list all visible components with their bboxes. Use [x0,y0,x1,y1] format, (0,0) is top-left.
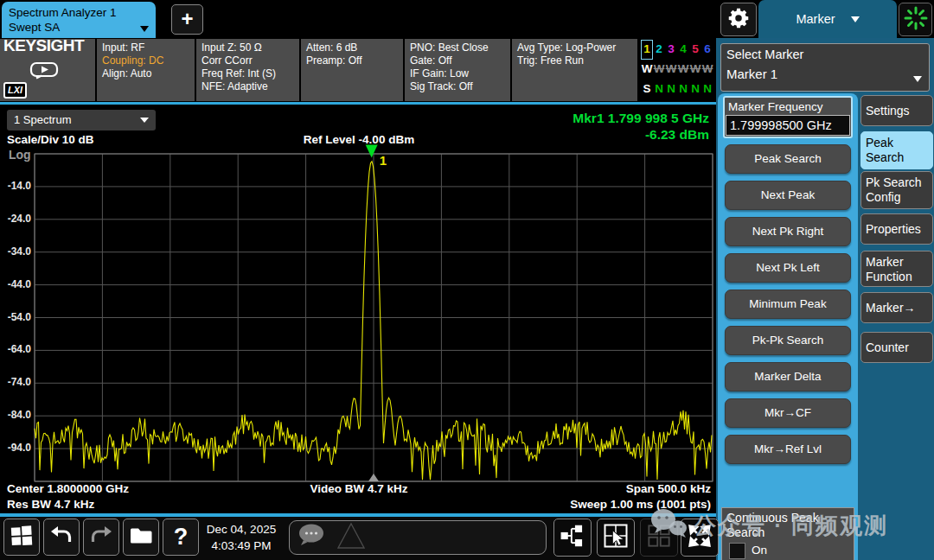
trace-number-4[interactable]: 4 [677,40,689,60]
pno-setting: PNO: Best Close [410,41,505,54]
continuous-peak-title-1: Continuous Peak [726,511,819,525]
active-menu-tab[interactable]: Marker [758,0,897,38]
keysight-logo: KEYSIGHT [3,36,84,54]
add-mode-tab-button[interactable]: + [171,4,203,35]
next-pk-right-button[interactable]: Next Pk Right [725,217,851,246]
triangle-outline-icon [335,521,369,554]
taskbar: ? Dec 04, 2025 4:03:49 PM [0,517,716,560]
corr-setting: Corr CCorr [202,54,294,67]
gear-icon [726,5,752,35]
home-button[interactable] [3,519,40,556]
window-pointer-icon [603,523,629,552]
log-scale-label: Log [9,148,31,162]
graticule-area[interactable]: 1 [35,154,713,481]
busy-spinner-icon [904,6,928,34]
annotation-tray[interactable] [289,520,547,555]
marker-frequency-value[interactable]: 1.799998500 GHz [726,115,850,136]
chevron-down-icon [140,118,149,123]
select-marker-value: Marker 1 [726,67,924,81]
trace-mode-2: W [653,60,665,80]
marker-menu-panel: Select Marker Marker 1 Marker Frequency … [716,38,934,560]
peak-search-subpanel: Marker Frequency 1.799998500 GHz Peak Se… [718,93,858,560]
window-selector-dropdown[interactable]: 1 Spectrum [7,110,156,130]
center-frequency-indicator [368,474,379,481]
header-cell-impedance: Input Z: 50 Ω Corr CCorr Freq Ref: Int (… [196,39,299,101]
pk-pk-search-button[interactable]: Pk-Pk Search [725,326,851,355]
sweep-annotation[interactable]: Sweep 1.00 ms (1001 pts) [570,498,711,511]
trace-detector-3: N [665,80,677,99]
spectrum-plot: 1 [35,154,713,481]
trace-number-3[interactable]: 3 [665,40,677,60]
tab-marker-function[interactable]: Marker Function [860,251,933,287]
y-axis-tick-label: -94.0 [0,442,31,454]
atten-setting: Atten: 6 dB [306,41,398,54]
header-cell-atten: Atten: 6 dB Preamp: Off [301,39,403,101]
continuous-peak-search-control[interactable]: Continuous Peak Search On Off [721,507,854,560]
freq-ref-setting: Freq Ref: Int (S) [202,67,294,80]
trace-number-2[interactable]: 2 [653,40,665,60]
avg-type-setting: Avg Type: Log-Power [517,41,632,54]
mkr-to-cf-button[interactable]: Mkr→CF [725,398,851,428]
trace-number-1[interactable]: 1 [641,40,653,60]
mode-tab-subtitle: Swept SA [9,21,60,34]
video-bw-annotation[interactable]: Video BW 4.7 kHz [0,482,718,495]
mode-tab-swept-sa[interactable]: Spectrum Analyzer 1 Swept SA [2,2,156,38]
tab-settings[interactable]: Settings [860,95,933,126]
continuous-peak-title-2: Search [726,525,764,539]
select-marker-dropdown[interactable]: Select Marker Marker 1 [720,43,930,92]
keysight-brand-cell: KEYSIGHT LXI [0,39,95,101]
y-axis-tick-label: -24.0 [0,213,31,225]
system-settings-button[interactable] [720,3,757,36]
time-text: 4:03:49 PM [211,539,271,552]
marker-delta-button[interactable]: Marker Delta [725,362,851,391]
continuous-peak-on-option[interactable]: On [752,543,767,557]
y-axis-tick-label: -64.0 [0,343,31,355]
tab-pk-search-config[interactable]: Pk Search Config [860,171,933,209]
peak-search-button[interactable]: Peak Search [725,144,851,174]
remote-display-icon [29,61,59,84]
date-text: Dec 04, 2025 [207,523,276,536]
next-peak-button[interactable]: Next Peak [725,181,851,210]
help-button[interactable]: ? [163,519,199,556]
trace-status-table[interactable]: 1 2 3 4 5 6 W W W W W W S N N N N N [639,39,716,101]
comment-bubble-icon [297,522,328,553]
file-explorer-button[interactable] [123,519,159,556]
next-pk-left-button[interactable]: Next Pk Left [725,253,851,283]
marker-1-number: 1 [380,153,387,168]
continuous-peak-checkbox[interactable] [729,543,745,559]
ref-level-readout[interactable]: Ref Level -4.00 dBm [0,133,718,146]
minimum-peak-button[interactable]: Minimum Peak [725,290,851,319]
select-window-button[interactable] [597,519,635,557]
y-axis-tick-label: -84.0 [0,409,31,421]
header-cell-avg: Avg Type: Log-Power Trig: Free Run [512,39,637,101]
input-setting: Input: RF [102,41,189,54]
undo-icon [49,524,74,551]
y-axis-tick-label: -34.0 [0,245,31,258]
question-mark-icon: ? [174,524,189,550]
marker-1-indicator[interactable] [366,144,378,157]
grid-layout-button[interactable] [640,519,678,557]
redo-button[interactable] [83,519,119,556]
trace-number-6[interactable]: 6 [701,40,713,60]
y-axis-tick-label: -74.0 [0,376,31,388]
undo-button[interactable] [43,519,80,556]
trace-detector-2: N [653,80,665,99]
span-annotation[interactable]: Span 500.0 kHz [626,482,711,495]
marker-frequency-field[interactable]: Marker Frequency 1.799998500 GHz [723,96,853,138]
chevron-down-icon [913,76,922,82]
activity-indicator-button[interactable] [899,3,932,36]
trace-mode-3: W [665,60,677,80]
res-bw-annotation[interactable]: Res BW 4.7 kHz [7,498,94,511]
spectrum-analyzer-screen: Spectrum Analyzer 1 Swept SA + Marker KE… [0,0,934,560]
fullscreen-button[interactable] [681,519,719,557]
trace-number-5[interactable]: 5 [689,40,701,60]
tab-properties[interactable]: Properties [860,213,933,245]
tab-marker-to[interactable]: Marker→ [860,292,933,323]
block-diagram-icon [560,524,585,551]
mkr-to-ref-lvl-button[interactable]: Mkr→Ref Lvl [725,435,851,464]
block-diagram-button[interactable] [553,519,592,557]
tab-counter[interactable]: Counter [860,332,933,363]
tab-peak-search[interactable]: Peak Search [860,131,933,169]
trace-mode-4: W [677,60,689,80]
datetime-display[interactable]: Dec 04, 2025 4:03:49 PM [197,521,285,554]
